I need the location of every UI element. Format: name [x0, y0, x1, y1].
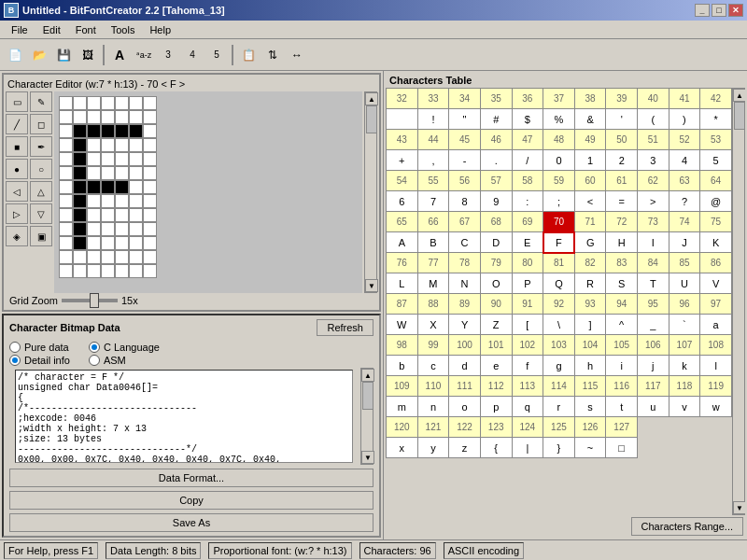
menu-font[interactable]: Font: [68, 22, 104, 37]
pixel-cell[interactable]: [143, 152, 157, 166]
chars-char-cell[interactable]: 1: [574, 150, 606, 171]
chars-num-cell[interactable]: 71: [574, 212, 606, 232]
chars-char-cell[interactable]: 8: [449, 191, 481, 212]
chars-char-cell[interactable]: X: [417, 315, 449, 335]
save-as-button[interactable]: Save As: [9, 513, 374, 532]
pixel-cell[interactable]: [59, 96, 73, 110]
chars-num-cell[interactable]: 106: [638, 335, 669, 356]
pixel-cell[interactable]: [129, 96, 143, 110]
chars-num-cell[interactable]: 74: [669, 212, 700, 232]
chars-num-cell[interactable]: 85: [669, 253, 700, 273]
chars-num-cell[interactable]: 59: [543, 171, 575, 191]
chars-char-cell[interactable]: %: [543, 109, 575, 130]
chars-num-cell[interactable]: 81: [543, 253, 575, 273]
toolbar-5[interactable]: 5: [205, 44, 228, 66]
chars-char-cell[interactable]: Q: [543, 273, 575, 294]
chars-num-cell[interactable]: 91: [512, 294, 543, 315]
detail-info-option[interactable]: Detail info: [9, 355, 70, 366]
chars-num-cell[interactable]: 67: [449, 212, 481, 232]
chars-num-cell[interactable]: 111: [449, 376, 481, 397]
chars-char-cell[interactable]: E: [512, 232, 543, 253]
chars-char-cell[interactable]: |: [512, 438, 543, 458]
chars-char-cell[interactable]: V: [700, 273, 732, 294]
chars-num-cell[interactable]: 122: [449, 417, 481, 438]
pixel-cell[interactable]: [87, 208, 101, 222]
chars-char-cell[interactable]: W: [387, 315, 418, 335]
copy-button[interactable]: Copy: [9, 491, 374, 510]
pixel-cell[interactable]: [73, 138, 87, 152]
pixel-cell[interactable]: [143, 110, 157, 124]
pure-data-radio[interactable]: [9, 342, 21, 353]
pixel-grid-area[interactable]: [54, 91, 362, 293]
chars-char-cell[interactable]: @: [700, 191, 732, 212]
toolbar-open[interactable]: 📂: [28, 44, 50, 66]
tool-pen[interactable]: ✒: [30, 136, 52, 157]
pixel-cell[interactable]: [143, 264, 157, 278]
chars-num-cell[interactable]: 119: [700, 376, 732, 397]
c-language-radio[interactable]: [89, 342, 100, 353]
chars-char-cell[interactable]: c: [417, 356, 449, 376]
chars-num-cell[interactable]: 120: [387, 417, 418, 438]
chars-char-cell[interactable]: h: [574, 356, 606, 376]
chars-char-cell[interactable]: L: [387, 273, 418, 294]
pixel-cell[interactable]: [143, 166, 157, 180]
toolbar-copy-img[interactable]: 🖼: [77, 44, 99, 66]
chars-char-cell[interactable]: s: [574, 397, 606, 417]
pixel-cell[interactable]: [87, 152, 101, 166]
menu-file[interactable]: File: [4, 22, 35, 37]
chars-num-cell[interactable]: 118: [669, 376, 700, 397]
pixel-cell[interactable]: [101, 222, 115, 236]
chars-num-cell[interactable]: 41: [669, 89, 700, 109]
chars-char-cell[interactable]: =: [606, 191, 638, 212]
chars-num-cell[interactable]: 86: [700, 253, 732, 273]
pixel-cell[interactable]: [101, 138, 115, 152]
chars-num-cell[interactable]: 105: [606, 335, 638, 356]
maximize-button[interactable]: □: [712, 4, 726, 17]
tool-move-right[interactable]: ▷: [6, 203, 28, 224]
chars-char-cell[interactable]: U: [669, 273, 700, 294]
chars-num-cell[interactable]: 124: [512, 417, 543, 438]
chars-num-cell[interactable]: 97: [700, 294, 732, 315]
sb-down-btn[interactable]: ▼: [365, 279, 378, 292]
chars-num-cell[interactable]: 53: [700, 130, 732, 150]
chars-num-cell[interactable]: 94: [606, 294, 638, 315]
chars-num-cell[interactable]: 63: [669, 171, 700, 191]
chars-num-cell[interactable]: 35: [480, 89, 512, 109]
chars-num-cell[interactable]: 102: [512, 335, 543, 356]
chars-range-button[interactable]: Characters Range...: [631, 517, 743, 536]
pixel-cell[interactable]: [87, 166, 101, 180]
chars-num-cell[interactable]: 51: [638, 130, 669, 150]
chars-char-cell[interactable]: o: [449, 397, 481, 417]
chars-char-cell[interactable]: {: [480, 438, 512, 458]
toolbar-save[interactable]: 💾: [52, 44, 75, 66]
pixel-cell[interactable]: [129, 236, 143, 250]
chars-num-cell[interactable]: 76: [387, 253, 418, 273]
chars-char-cell[interactable]: p: [480, 397, 512, 417]
chars-char-cell[interactable]: -: [449, 150, 481, 171]
chars-num-cell[interactable]: 107: [669, 335, 700, 356]
pixel-cell[interactable]: [73, 96, 87, 110]
chars-num-cell[interactable]: 50: [606, 130, 638, 150]
chars-num-cell[interactable]: 45: [449, 130, 481, 150]
pixel-cell[interactable]: [73, 250, 87, 264]
chars-char-cell[interactable]: /: [512, 150, 543, 171]
toolbar-new[interactable]: 📄: [4, 44, 26, 66]
pixel-cell[interactable]: [59, 138, 73, 152]
pixel-cell[interactable]: [115, 180, 129, 194]
chars-num-cell[interactable]: 78: [449, 253, 481, 273]
pixel-cell[interactable]: [101, 166, 115, 180]
chars-num-cell[interactable]: 93: [574, 294, 606, 315]
chars-num-cell[interactable]: 70: [543, 212, 575, 232]
chars-char-cell[interactable]: (: [638, 109, 669, 130]
chars-num-cell[interactable]: 43: [387, 130, 418, 150]
chars-char-cell[interactable]: 9: [480, 191, 512, 212]
chars-num-cell[interactable]: 79: [480, 253, 512, 273]
chars-char-cell[interactable]: I: [638, 232, 669, 253]
chars-num-cell[interactable]: 36: [512, 89, 543, 109]
menu-tools[interactable]: Tools: [104, 22, 143, 37]
chars-char-cell[interactable]: ,: [417, 150, 449, 171]
pixel-cell[interactable]: [101, 96, 115, 110]
chars-num-cell[interactable]: 65: [387, 212, 418, 232]
pixel-cell[interactable]: [101, 110, 115, 124]
chars-char-cell[interactable]: M: [417, 273, 449, 294]
